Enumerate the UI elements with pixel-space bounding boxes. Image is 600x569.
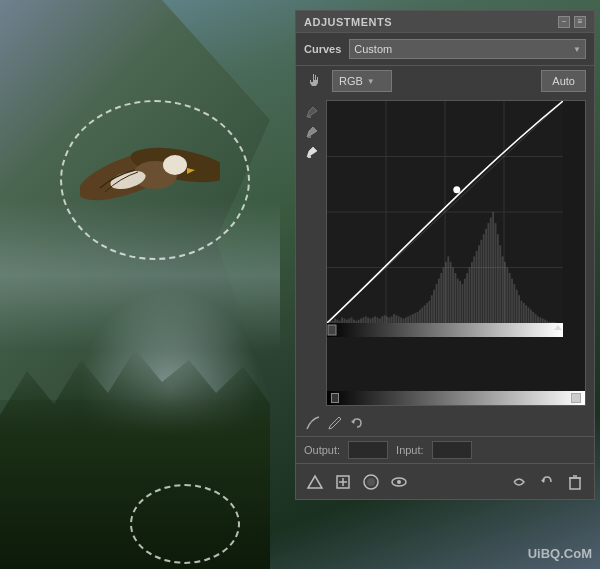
eyedropper-black-tool[interactable] — [304, 104, 320, 120]
svg-rect-8 — [308, 156, 311, 158]
svg-marker-9 — [351, 420, 355, 424]
action-bar — [296, 463, 594, 499]
panel-titlebar: ADJUSTMENTS − ≡ — [296, 11, 594, 33]
output-input-row: Output: Input: — [296, 436, 594, 463]
svg-marker-10 — [308, 476, 322, 488]
input-value-input[interactable] — [432, 441, 472, 459]
channel-dropdown[interactable]: RGB ▼ — [332, 70, 392, 92]
panel-minimize-btn[interactable]: − — [558, 16, 570, 28]
eagle — [80, 120, 220, 220]
svg-marker-18 — [541, 479, 545, 483]
output-label: Output: — [304, 444, 340, 456]
curves-canvas — [327, 101, 563, 337]
output-value-input[interactable] — [348, 441, 388, 459]
pencil-tool[interactable] — [326, 414, 344, 432]
svg-rect-7 — [308, 136, 311, 138]
bottom-tool-row — [304, 414, 586, 432]
adjustments-panel: ADJUSTMENTS − ≡ Curves Custom ▼ RGB ▼ Au… — [295, 10, 595, 500]
curves-main — [296, 96, 594, 410]
eyedropper-white-tool[interactable] — [304, 144, 320, 160]
black-point-slider[interactable] — [331, 393, 339, 403]
panel-controls: − ≡ — [558, 16, 586, 28]
gradient-slider[interactable] — [327, 391, 585, 405]
panel-title: ADJUSTMENTS — [304, 16, 392, 28]
tool-icons-column — [304, 100, 322, 406]
white-point-slider-triangle[interactable] — [571, 393, 581, 403]
curves-graph[interactable] — [326, 100, 586, 406]
hand-icon — [306, 72, 324, 90]
reset-tool[interactable] — [348, 414, 366, 432]
curves-dropdown-arrow: ▼ — [573, 45, 581, 54]
svg-rect-6 — [308, 116, 311, 118]
bottom-tools — [296, 410, 594, 436]
svg-rect-19 — [570, 478, 580, 489]
curves-preset-value: Custom — [354, 43, 392, 55]
delete-adjustment-btn[interactable] — [564, 471, 586, 493]
clip-below-btn[interactable] — [304, 471, 326, 493]
channel-value: RGB — [339, 75, 363, 87]
watermark: UiBQ.CoM — [528, 546, 592, 561]
toggle-adjustment-btn[interactable] — [508, 471, 530, 493]
curves-label: Curves — [304, 43, 341, 55]
smooth-curve-tool[interactable] — [304, 414, 322, 432]
curves-header: Curves Custom ▼ — [296, 33, 594, 66]
curves-preset-dropdown[interactable]: Custom ▼ — [349, 39, 586, 59]
visibility-btn[interactable] — [388, 471, 410, 493]
reset-adjustment-btn[interactable] — [536, 471, 558, 493]
input-label: Input: — [396, 444, 424, 456]
panel-menu-btn[interactable]: ≡ — [574, 16, 586, 28]
tools-row: RGB ▼ Auto — [296, 66, 594, 96]
auto-button[interactable]: Auto — [541, 70, 586, 92]
svg-point-15 — [367, 478, 375, 486]
svg-point-3 — [163, 155, 187, 175]
channel-arrow: ▼ — [367, 77, 375, 86]
svg-point-17 — [397, 480, 401, 484]
hand-tool-btn[interactable] — [304, 70, 326, 92]
add-adjustment-btn[interactable] — [332, 471, 354, 493]
eyedropper-gray-tool[interactable] — [304, 124, 320, 140]
lower-selection — [130, 484, 240, 564]
layer-mask-btn[interactable] — [360, 471, 382, 493]
